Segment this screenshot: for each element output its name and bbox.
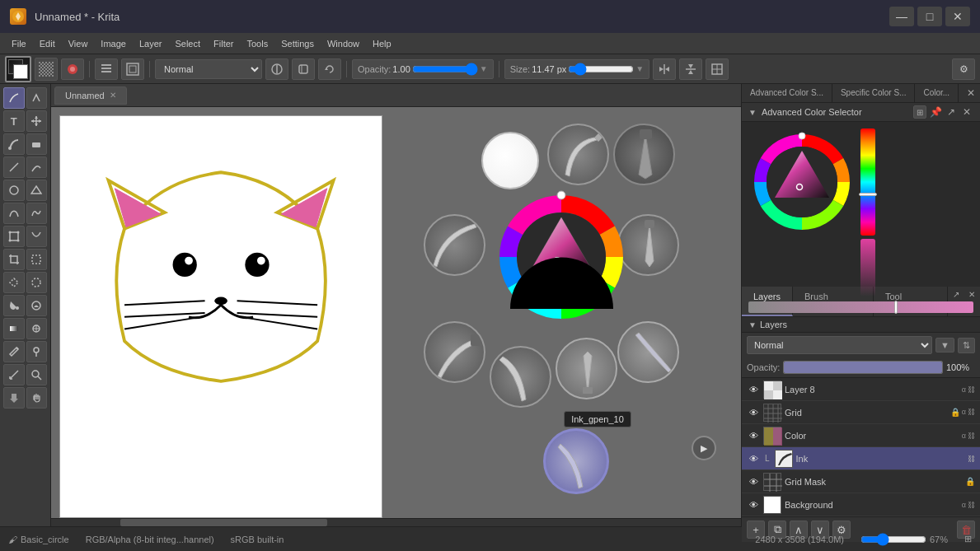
grid-view-btn[interactable]: ⊞ [913, 105, 926, 119]
paint-tool[interactable] [3, 133, 25, 155]
menu-item-edit[interactable]: Edit [33, 37, 62, 50]
pan-tool[interactable] [3, 387, 25, 409]
layer-eye-btn[interactable]: 👁 [747, 498, 760, 511]
mirror-v-btn[interactable] [679, 58, 702, 80]
menu-item-file[interactable]: File [5, 37, 33, 50]
canvas-tab-unnamed[interactable]: Unnamed ✕ [54, 86, 127, 105]
warp-tool[interactable] [26, 226, 48, 247]
menu-item-filter[interactable]: Filter [207, 37, 240, 50]
menu-item-settings[interactable]: Settings [274, 37, 321, 50]
layer-row[interactable]: 👁 Color α ⛓ [742, 424, 980, 447]
transform-tool[interactable] [3, 226, 25, 247]
fill-tool[interactable] [3, 295, 25, 316]
assistant-tool[interactable] [26, 341, 48, 362]
colorize-tool[interactable] [26, 295, 48, 316]
color-selector-btn[interactable] [61, 58, 84, 80]
float-btn[interactable]: ↗ [945, 105, 958, 119]
size-slider[interactable] [568, 63, 634, 75]
layer-eye-btn[interactable]: 👁 [747, 475, 760, 488]
layer-blend-select[interactable]: Normal MultiplyScreen [747, 336, 932, 354]
contiguous-select-tool[interactable] [3, 272, 25, 293]
reset-btn[interactable] [292, 58, 315, 80]
canvas-right[interactable]: Ink_gpen_10 ▶ [382, 115, 733, 518]
canvas-content[interactable]: Ink_gpen_10 ▶ [51, 107, 741, 526]
gradient-tool[interactable] [3, 318, 25, 339]
settings-btn[interactable]: ⚙ [952, 58, 975, 80]
layer-sort-btn[interactable]: ⇅ [958, 338, 975, 353]
ellipse-tool[interactable] [3, 180, 25, 201]
pin-btn[interactable]: 📌 [929, 105, 942, 119]
tab-close[interactable]: ✕ [110, 91, 116, 100]
alpha-slider[interactable] [860, 239, 875, 297]
blend-mode-select[interactable]: Normal Multiply Screen Overlay [155, 59, 262, 79]
eraser-tool[interactable] [26, 133, 48, 155]
menu-item-select[interactable]: Select [168, 37, 207, 50]
next-brush-btn[interactable]: ▶ [692, 436, 716, 460]
menu-item-layer[interactable]: Layer [133, 37, 169, 50]
layer-filter-btn[interactable]: ▼ [935, 338, 954, 353]
move-tool[interactable] [26, 110, 48, 132]
opacity-chevron[interactable]: ▼ [480, 64, 488, 73]
canvas-btn[interactable] [121, 58, 144, 80]
layer-btn[interactable] [95, 58, 118, 80]
tab-advanced-color[interactable]: Advanced Color S... [742, 84, 832, 102]
curve-tool[interactable] [26, 156, 48, 178]
center-color-wheel[interactable] [494, 189, 630, 325]
polygon-tool[interactable] [26, 180, 48, 201]
hand-tool[interactable] [26, 387, 48, 409]
layer-eye-btn[interactable]: 👁 [747, 429, 760, 442]
crop-tool[interactable] [3, 249, 25, 270]
zoom-slider[interactable] [860, 533, 926, 546]
undo-btn[interactable] [318, 58, 341, 80]
smart-patch-tool[interactable] [26, 318, 48, 339]
pattern-btn[interactable] [35, 58, 58, 81]
canvas-hscroll[interactable] [51, 518, 741, 526]
text-tool[interactable]: T [3, 110, 25, 132]
menu-item-help[interactable]: Help [366, 37, 398, 50]
hue-slider[interactable] [860, 128, 875, 236]
mirror-h-btn[interactable] [653, 58, 676, 80]
select-rect-tool[interactable] [26, 249, 48, 270]
layer-eye-btn[interactable]: 👁 [747, 406, 760, 419]
menu-item-view[interactable]: View [62, 37, 95, 50]
menu-item-image[interactable]: Image [94, 37, 133, 50]
size-chevron[interactable]: ▼ [635, 64, 644, 73]
similar-select-tool[interactable] [26, 272, 48, 293]
layer-row[interactable]: 👁 Grid 🔒 α ⛓ [742, 401, 980, 424]
clear-btn[interactable] [265, 58, 288, 80]
layer-row[interactable]: 👁 Layer 8 α ⛓ [742, 378, 980, 401]
freehand-path-tool[interactable] [26, 203, 48, 224]
measure-tool[interactable] [3, 364, 25, 385]
color-wheel-container[interactable] [748, 128, 856, 237]
foreground-color[interactable] [5, 56, 31, 82]
svg-point-5 [70, 67, 75, 72]
line-tool[interactable] [3, 156, 25, 178]
layer-eye-btn[interactable]: 👁 [747, 452, 760, 465]
zoom-tool[interactable] [26, 364, 48, 385]
fit-btn[interactable]: ⊞ [964, 534, 972, 544]
color-panel-close[interactable]: ✕ [962, 84, 980, 102]
minimize-button[interactable]: — [889, 7, 914, 26]
eyedropper-tool[interactable] [3, 341, 25, 362]
wrap-btn[interactable] [706, 58, 729, 80]
layer-row[interactable]: 👁 Background α ⛓ [742, 493, 980, 516]
layers-collapse-icon[interactable]: ▼ [748, 320, 757, 329]
canvas-left[interactable] [59, 115, 382, 518]
layer-opacity-slider[interactable] [783, 361, 943, 374]
layer-row[interactable]: 👁 Grid Mask 🔒 [742, 470, 980, 493]
opacity-slider[interactable] [412, 63, 478, 75]
layer-eye-btn[interactable]: 👁 [747, 383, 760, 396]
layer-row-active[interactable]: 👁 L Ink ⛓ [742, 447, 980, 470]
tab-color[interactable]: Color... [915, 84, 959, 102]
freehand-tool[interactable] [3, 87, 25, 109]
maximize-button[interactable]: □ [917, 7, 942, 26]
tab-specific-color[interactable]: Specific Color S... [832, 84, 915, 102]
close-button[interactable]: ✕ [945, 7, 970, 26]
calligraphy-tool[interactable] [26, 87, 48, 109]
menu-item-window[interactable]: Window [321, 37, 366, 50]
bezier-tool[interactable] [3, 203, 25, 224]
menu-item-tools[interactable]: Tools [241, 37, 275, 50]
color-bar-1[interactable] [748, 301, 973, 313]
collapse-icon[interactable]: ▼ [748, 108, 757, 117]
cs-close-btn[interactable]: ✕ [960, 105, 973, 119]
